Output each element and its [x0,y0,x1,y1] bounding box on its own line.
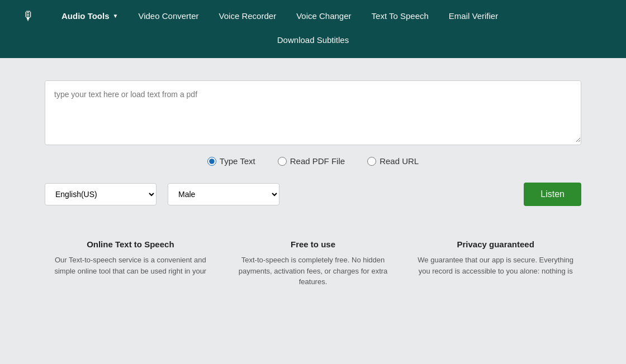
nav-voice-recorder[interactable]: Voice Recorder [209,0,287,32]
info-card-privacy-title: Privacy guaranteed [415,240,576,249]
input-mode-radio-group: Type Text Read PDF File Read URL [45,156,581,166]
text-input[interactable] [45,81,581,142]
navbar: 🎙 Audio Tools ▼ Video Converter Voice Re… [0,0,626,58]
chevron-down-icon: ▼ [113,13,118,19]
info-card-free: Free to use Text-to-speech is completely… [227,240,399,288]
info-card-free-title: Free to use [233,240,393,249]
nav-download-subtitles[interactable]: Download Subtitles [267,32,359,52]
info-card-tts-text: Our Text-to-speech service is a convenie… [50,255,211,276]
nav-email-verifier[interactable]: Email Verifier [439,0,508,32]
logo-icon: 🎙 [22,9,35,23]
info-section: Online Text to Speech Our Text-to-speech… [45,240,581,288]
info-card-free-text: Text-to-speech is completely free. No hi… [233,255,393,288]
nav-voice-changer[interactable]: Voice Changer [286,0,361,32]
info-card-tts: Online Text to Speech Our Text-to-speech… [45,240,216,288]
nav-audio-tools[interactable]: Audio Tools ▼ [51,0,128,32]
nav-links: Audio Tools ▼ Video Converter Voice Reco… [51,0,508,32]
voice-select[interactable]: Male Female [168,183,279,205]
radio-read-pdf[interactable]: Read PDF File [278,156,345,166]
nav-text-to-speech[interactable]: Text To Speech [362,0,439,32]
nav-second-row: Download Subtitles [22,32,604,58]
info-card-privacy-text: We guarantee that our app is secure. Eve… [415,255,576,276]
language-select[interactable]: English(US) English(UK) Spanish French G… [45,183,156,205]
controls-row: English(US) English(UK) Spanish French G… [45,183,581,206]
text-input-wrapper [45,80,581,145]
radio-type-text[interactable]: Type Text [207,156,255,166]
main-content: Type Text Read PDF File Read URL English… [0,58,626,299]
info-card-privacy: Privacy guaranteed We guarantee that our… [410,240,581,288]
listen-button[interactable]: Listen [524,183,581,206]
info-card-tts-title: Online Text to Speech [50,240,211,249]
nav-video-converter[interactable]: Video Converter [128,0,208,32]
radio-read-url[interactable]: Read URL [367,156,419,166]
